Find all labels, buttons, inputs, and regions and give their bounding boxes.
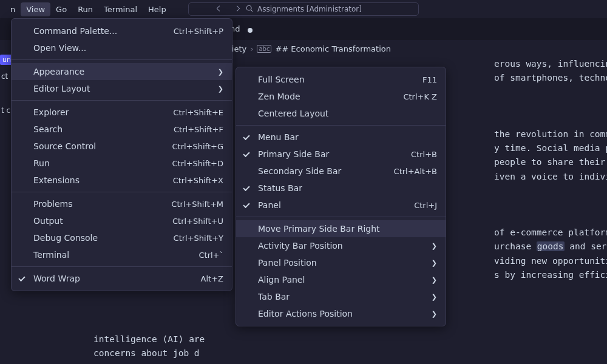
menu-item-label: Panel Position: [258, 258, 317, 268]
view-menu-item-search[interactable]: SearchCtrl+Shift+F: [12, 121, 232, 138]
menu-item-label: Command Palette...: [33, 26, 117, 36]
menu-item-shortcut: Ctrl+Shift+X: [173, 176, 223, 185]
menu-item-shortcut: Ctrl+Alt+B: [394, 167, 437, 176]
view-menu-item-extensions[interactable]: ExtensionsCtrl+Shift+X: [12, 172, 232, 189]
menu-item-label: Extensions: [33, 175, 80, 185]
menu-item-label: Secondary Side Bar: [258, 166, 341, 176]
breadcrumb-seg-2[interactable]: ## Economic Transformation: [275, 44, 391, 53]
menu-separator: [12, 59, 232, 60]
menu-item-label: Source Control: [33, 141, 96, 151]
appearance-menu-item-panel[interactable]: PanelCtrl+J: [236, 197, 446, 214]
menubar-item-run[interactable]: Run: [72, 2, 98, 16]
menu-separator: [12, 266, 232, 267]
view-menu-item-explorer[interactable]: ExplorerCtrl+Shift+E: [12, 104, 232, 121]
chevron-right-icon: ❯: [432, 310, 437, 318]
command-center[interactable]: Assignments [Administrator]: [188, 2, 419, 16]
menu-item-label: Centered Layout: [258, 109, 328, 118]
menu-item-shortcut: Ctrl+Shift+U: [172, 217, 223, 226]
chevron-right-icon: ❯: [218, 68, 223, 76]
appearance-menu-item-tab-bar[interactable]: Tab Bar❯: [236, 288, 446, 305]
chevron-right-icon: ❯: [432, 293, 437, 301]
menu-item-shortcut: F11: [422, 75, 437, 84]
menu-item-label: Editor Layout: [33, 84, 90, 93]
chevron-right-icon: ❯: [432, 259, 437, 267]
appearance-menu-item-full-screen[interactable]: Full ScreenF11: [236, 71, 446, 88]
chevron-right-icon: ❯: [432, 276, 437, 284]
view-menu-item-terminal[interactable]: TerminalCtrl+`: [12, 246, 232, 263]
menu-item-shortcut: Ctrl+Shift+M: [171, 200, 223, 209]
menu-item-label: Panel: [258, 200, 281, 210]
appearance-menu-item-zen-mode[interactable]: Zen ModeCtrl+K Z: [236, 88, 446, 105]
view-menu-item-open-view[interactable]: Open View...: [12, 39, 232, 56]
menu-item-shortcut: Alt+Z: [201, 274, 223, 283]
view-menu-item-problems[interactable]: ProblemsCtrl+Shift+M: [12, 195, 232, 212]
view-menu-item-command-palette[interactable]: Command Palette...Ctrl+Shift+P: [12, 22, 232, 39]
menu-item-label: Tab Bar: [258, 292, 290, 302]
menubar-item-go[interactable]: Go: [50, 2, 72, 16]
search-icon: [245, 4, 254, 15]
view-menu-item-word-wrap[interactable]: Word WrapAlt+Z: [12, 270, 232, 287]
menu-item-shortcut: Ctrl+Shift+G: [172, 142, 223, 151]
menubar-item-help[interactable]: Help: [143, 2, 172, 16]
appearance-menu-item-secondary-side-bar[interactable]: Secondary Side BarCtrl+Alt+B: [236, 163, 446, 180]
appearance-menu-item-align-panel[interactable]: Align Panel❯: [236, 271, 446, 288]
view-menu-item-output[interactable]: OutputCtrl+Shift+U: [12, 212, 232, 229]
dirty-indicator-icon: [248, 28, 253, 33]
menu-item-label: Primary Side Bar: [258, 149, 329, 159]
view-menu-item-editor-layout[interactable]: Editor Layout❯: [12, 80, 232, 97]
appearance-menu-item-panel-position[interactable]: Panel Position❯: [236, 254, 446, 271]
view-menu-item-debug-console[interactable]: Debug ConsoleCtrl+Shift+Y: [12, 229, 232, 246]
menu-item-label: Status Bar: [258, 183, 302, 193]
activity-text-1: ct: [0, 72, 12, 81]
view-menu-item-appearance[interactable]: Appearance❯: [12, 63, 232, 80]
menu-item-shortcut: Ctrl+K Z: [403, 92, 437, 101]
appearance-menu-item-centered-layout[interactable]: Centered Layout: [236, 105, 446, 122]
menubar: nViewGoRunTerminalHelp Assignments [Admi…: [0, 0, 607, 18]
view-menu: Command Palette...Ctrl+Shift+POpen View.…: [11, 18, 232, 291]
chevron-right-icon: ›: [250, 44, 253, 53]
activity-pill: un: [0, 55, 12, 65]
menu-item-label: Problems: [33, 199, 73, 209]
menu-item-label: Run: [33, 158, 50, 168]
appearance-menu-item-activity-bar-position[interactable]: Activity Bar Position❯: [236, 237, 446, 254]
menu-item-shortcut: Ctrl+Shift+D: [172, 159, 223, 168]
command-center-text: Assignments [Administrator]: [257, 5, 362, 13]
menu-separator: [236, 217, 446, 217]
menu-item-label: Debug Console: [33, 233, 98, 243]
menu-item-label: Activity Bar Position: [258, 241, 343, 251]
menu-item-label: Appearance: [33, 67, 84, 76]
menu-separator: [236, 125, 446, 126]
appearance-menu-item-primary-side-bar[interactable]: Primary Side BarCtrl+B: [236, 146, 446, 163]
menubar-item-view[interactable]: View: [21, 2, 50, 16]
menu-item-shortcut: Ctrl+Shift+E: [173, 108, 223, 117]
appearance-menu-item-status-bar[interactable]: Status Bar: [236, 180, 446, 197]
menu-item-label: Search: [33, 124, 63, 134]
chevron-right-icon: ❯: [218, 85, 223, 93]
svg-point-0: [246, 5, 251, 10]
menu-item-shortcut: Ctrl+B: [411, 150, 437, 159]
appearance-menu-item-editor-actions-position[interactable]: Editor Actions Position❯: [236, 305, 446, 322]
view-menu-item-source-control[interactable]: Source ControlCtrl+Shift+G: [12, 138, 232, 155]
search-highlight: goods: [537, 241, 565, 251]
menu-item-label: Open View...: [33, 43, 86, 53]
heading-icon: abc: [257, 45, 271, 53]
menu-item-label: Zen Mode: [258, 92, 300, 101]
appearance-menu-item-menu-bar[interactable]: Menu Bar: [236, 129, 446, 146]
menu-item-label: Output: [33, 216, 63, 226]
menu-item-label: Editor Actions Position: [258, 309, 353, 318]
menubar-item-terminal[interactable]: Terminal: [98, 2, 143, 16]
menu-item-label: Word Wrap: [33, 274, 80, 283]
view-menu-item-run[interactable]: RunCtrl+Shift+D: [12, 155, 232, 172]
activity-bar: un ct t c: [0, 40, 12, 115]
menu-item-label: Menu Bar: [258, 132, 299, 142]
appearance-submenu: Full ScreenF11Zen ModeCtrl+K ZCentered L…: [236, 67, 446, 326]
menu-item-label: Explorer: [33, 107, 69, 117]
menu-item-label: Align Panel: [258, 275, 305, 285]
menu-item-shortcut: Ctrl+Shift+Y: [174, 234, 223, 243]
appearance-menu-item-move-primary-side-bar-right[interactable]: Move Primary Side Bar Right: [236, 220, 446, 237]
menu-item-shortcut: Ctrl+`: [198, 251, 223, 260]
chevron-right-icon: ❯: [432, 242, 437, 250]
menu-separator: [12, 100, 232, 101]
menubar-item-n[interactable]: n: [5, 2, 21, 16]
menu-separator: [12, 192, 232, 192]
